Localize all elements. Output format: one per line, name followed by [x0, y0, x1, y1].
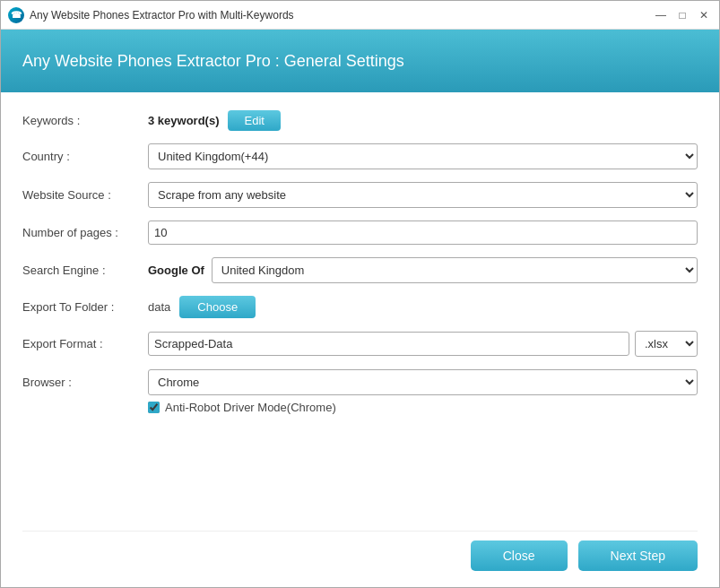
- anti-robot-label: Anti-Robot Driver Mode(Chrome): [165, 401, 336, 414]
- browser-label: Browser :: [22, 376, 148, 389]
- export-folder-label: Export To Folder :: [22, 300, 148, 314]
- website-source-row: Website Source : Scrape from any website…: [22, 182, 698, 208]
- edit-keywords-button[interactable]: Edit: [228, 110, 280, 131]
- search-engine-label: Search Engine :: [22, 264, 148, 277]
- footer: Close Next Step: [22, 531, 698, 571]
- next-step-button[interactable]: Next Step: [578, 540, 698, 571]
- google-of-label: Google Of: [148, 264, 204, 277]
- choose-folder-button[interactable]: Choose: [179, 296, 256, 318]
- close-button[interactable]: Close: [471, 540, 568, 571]
- export-format-row: Export Format : .xlsx .csv .txt: [22, 331, 698, 357]
- form-area: Keywords : 3 keyword(s) Edit Country : U…: [22, 110, 698, 531]
- close-window-button[interactable]: ✕: [696, 7, 712, 23]
- minimize-button[interactable]: —: [653, 7, 669, 23]
- export-folder-control: data Choose: [148, 296, 698, 318]
- pages-label: Number of pages :: [22, 226, 148, 239]
- content-area: Keywords : 3 keyword(s) Edit Country : U…: [1, 92, 719, 588]
- export-format-control: .xlsx .csv .txt: [148, 331, 698, 357]
- title-bar-text: Any Website Phones Extractor Pro with Mu…: [30, 9, 294, 22]
- app-icon: ☎: [8, 7, 24, 23]
- country-select[interactable]: United Kingdom(+44) United States(+1) Ca…: [148, 143, 698, 169]
- pages-control: [148, 220, 698, 245]
- browser-row: Browser : Chrome Firefox Edge: [22, 369, 698, 395]
- country-row: Country : United Kingdom(+44) United Sta…: [22, 143, 698, 169]
- anti-robot-checkbox[interactable]: [148, 402, 160, 413]
- search-engine-row: Search Engine : Google Of United Kingdom…: [22, 257, 698, 283]
- title-bar-left: ☎ Any Website Phones Extractor Pro with …: [8, 7, 294, 23]
- title-bar: ☎ Any Website Phones Extractor Pro with …: [1, 1, 719, 30]
- folder-name: data: [148, 300, 170, 314]
- browser-control: Chrome Firefox Edge: [148, 369, 698, 395]
- country-control: United Kingdom(+44) United States(+1) Ca…: [148, 143, 698, 169]
- header: Any Website Phones Extractor Pro : Gener…: [1, 30, 719, 92]
- keywords-label: Keywords :: [22, 114, 148, 127]
- pages-row: Number of pages :: [22, 220, 698, 245]
- search-engine-control: Google Of United Kingdom United States C…: [148, 257, 698, 283]
- anti-robot-row: Anti-Robot Driver Mode(Chrome): [148, 401, 698, 414]
- pages-input[interactable]: [148, 220, 698, 245]
- keywords-row: Keywords : 3 keyword(s) Edit: [22, 110, 698, 131]
- search-engine-select[interactable]: United Kingdom United States Canada Aust…: [212, 257, 698, 283]
- website-source-label: Website Source :: [22, 188, 148, 202]
- export-format-ext-select[interactable]: .xlsx .csv .txt: [635, 331, 698, 357]
- title-bar-controls: — □ ✕: [653, 7, 712, 23]
- website-source-control: Scrape from any website Google Bing: [148, 182, 698, 208]
- keywords-value: 3 keyword(s): [148, 114, 219, 127]
- country-label: Country :: [22, 150, 148, 163]
- keywords-control: 3 keyword(s) Edit: [148, 110, 698, 131]
- browser-select[interactable]: Chrome Firefox Edge: [148, 369, 698, 395]
- export-format-label: Export Format :: [22, 337, 148, 350]
- website-source-select[interactable]: Scrape from any website Google Bing: [148, 182, 698, 208]
- maximize-button[interactable]: □: [674, 7, 690, 23]
- export-format-input[interactable]: [148, 332, 629, 356]
- header-title: Any Website Phones Extractor Pro : Gener…: [22, 52, 404, 71]
- export-folder-row: Export To Folder : data Choose: [22, 296, 698, 318]
